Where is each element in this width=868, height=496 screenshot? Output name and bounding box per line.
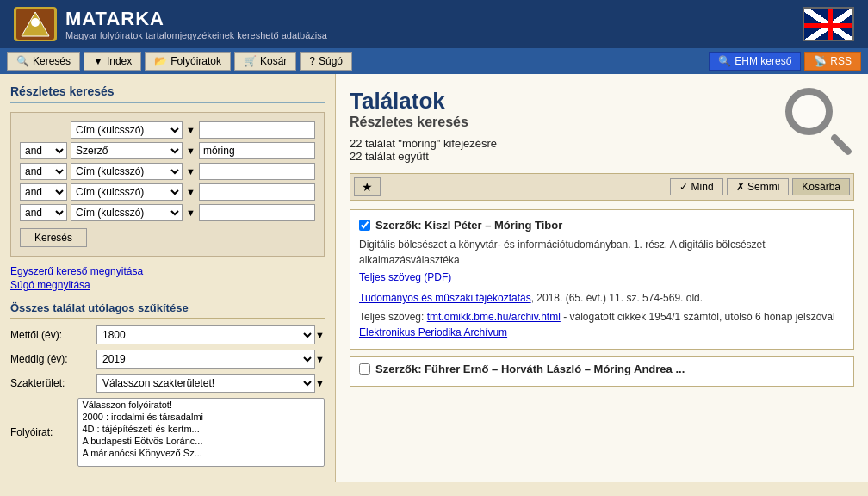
folyoirat-row: Folyóirat: Válasszon folyóiratot! 2000 :… bbox=[10, 398, 325, 467]
result-1-fulltext2-prefix: Teljes szöveg: bbox=[359, 311, 427, 323]
svg-point-2 bbox=[31, 18, 40, 27]
dropdown-icon-1: ▼ bbox=[186, 125, 195, 135]
results-subtitle: Részletes keresés bbox=[350, 115, 497, 130]
result-1-extra-text: , 2018. (65. évf.) 11. sz. 574-569. old. bbox=[531, 292, 703, 304]
results-title: Találatok bbox=[350, 88, 497, 115]
star-button[interactable]: ★ bbox=[354, 177, 381, 196]
dropdown-icon-4: ▼ bbox=[186, 187, 195, 197]
result-1-archive-link[interactable]: Elektronikus Periodika Archívum bbox=[359, 326, 507, 338]
meddig-select[interactable]: 2019 bbox=[96, 350, 315, 369]
field-select-2[interactable]: Szerző Cím (kulcsszó) bbox=[71, 142, 183, 159]
mettol-row: Mettől (év): 1800 ▼ bbox=[10, 326, 325, 344]
and-select-2[interactable]: and or not bbox=[20, 142, 67, 159]
folyoirat-label: Folyóirat: bbox=[10, 426, 78, 438]
results-toolbar: ★ ✓ Mind ✗ Semmi Kosárba bbox=[350, 173, 854, 201]
and-select-4[interactable]: and or not bbox=[20, 183, 67, 201]
nav-left: 🔍 Keresés ▼ Index 📂 Folyóiratok 🛒 Kosár … bbox=[7, 52, 352, 71]
result-1-fulltext2-suffix: - válogatott cikkek 1954/1 számtól, utol… bbox=[561, 311, 835, 323]
result-1-checkbox[interactable] bbox=[359, 220, 370, 231]
folyoirat-section: Folyóirat: Válasszon folyóiratot! 2000 :… bbox=[10, 398, 325, 467]
search-input-4[interactable] bbox=[199, 183, 315, 201]
result-1-fulltext2: Teljes szöveg: tmt.omikk.bme.hu/archiv.h… bbox=[359, 309, 845, 325]
dropdown-icon-5: ▼ bbox=[186, 208, 195, 218]
nav-search-button[interactable]: 🔍 Keresés bbox=[7, 52, 80, 71]
search-row-3: and or not Cím (kulcsszó) Szerző ▼ bbox=[20, 163, 315, 180]
field-select-3[interactable]: Cím (kulcsszó) Szerző bbox=[71, 163, 183, 180]
result-2-checkbox[interactable] bbox=[359, 363, 370, 375]
dropdown-icon-2: ▼ bbox=[186, 146, 195, 156]
folyoirat-option-2[interactable]: 4D : tájépítészeti és kertm... bbox=[78, 423, 324, 435]
help-open-link[interactable]: Súgó megnyitása bbox=[10, 279, 325, 291]
result-1-body: Digitális bölcsészet a könyvtár- és info… bbox=[359, 237, 845, 340]
results-content: Találatok Részletes keresés 22 találat "… bbox=[336, 74, 868, 482]
mettol-label: Mettől (év): bbox=[10, 329, 96, 341]
folyoirat-option-0[interactable]: Válasszon folyóiratot! bbox=[78, 399, 324, 411]
result-2-header: Szerzők: Führer Ernő – Horváth László – … bbox=[359, 363, 845, 375]
results-count-1: 22 találat "móring" kifejezésre bbox=[350, 137, 497, 150]
result-1-description: Digitális bölcsészet a könyvtár- és info… bbox=[359, 239, 766, 266]
search-row-2: and or not Szerző Cím (kulcsszó) ▼ bbox=[20, 142, 315, 159]
uk-flag[interactable] bbox=[803, 7, 854, 41]
nav-rss-button[interactable]: 📡 RSS bbox=[804, 52, 861, 71]
szakterulet-select[interactable]: Válasszon szakterületet! bbox=[96, 374, 315, 393]
filter-title: Összes találat utólagos szűkítése bbox=[10, 301, 325, 319]
and-select-5[interactable]: and or not bbox=[20, 204, 67, 221]
szakterulet-dropdown-icon: ▼ bbox=[315, 378, 325, 388]
results-title-block: Találatok Részletes keresés 22 találat "… bbox=[350, 88, 497, 163]
semmi-button[interactable]: ✗ Semmi bbox=[727, 178, 790, 195]
nav-help-button[interactable]: ? Súgó bbox=[300, 52, 352, 71]
search-input-1[interactable] bbox=[199, 121, 315, 139]
search-input-5[interactable] bbox=[199, 204, 315, 221]
result-1-journal-link[interactable]: Tudományos és műszaki tájékoztatás bbox=[359, 292, 531, 304]
result-1-fulltext-link[interactable]: Teljes szöveg (PDF) bbox=[359, 270, 845, 285]
folyoirat-option-4[interactable]: A márianócsi Könyvező Sz... bbox=[78, 447, 324, 459]
result-item-1: Szerzők: Kiszl Péter – Móring Tibor Digi… bbox=[350, 209, 854, 350]
nav-cart-button[interactable]: 🛒 Kosár bbox=[234, 52, 296, 71]
sidebar-title: Részletes keresés bbox=[10, 84, 325, 103]
search-row-5: and or not Cím (kulcsszó) Szerző ▼ bbox=[20, 204, 315, 221]
result-1-title: Szerzők: Kiszl Péter – Móring Tibor bbox=[375, 219, 562, 232]
folyoirat-option-1[interactable]: 2000 : irodalmi és társadalmi bbox=[78, 411, 324, 423]
magnifier-icon bbox=[785, 88, 854, 157]
simple-search-link[interactable]: Egyszerű kereső megnyitása bbox=[10, 265, 325, 277]
header: MATARKA Magyar folyóiratok tartalomjegyz… bbox=[0, 0, 868, 48]
search-form: Cím (kulcsszó) Szerző Cím ▼ and or not S… bbox=[10, 112, 325, 257]
nav-journals-button[interactable]: 📂 Folyóiratok bbox=[145, 52, 231, 71]
nav-index-button[interactable]: ▼ Index bbox=[84, 52, 141, 71]
dropdown-icon-3: ▼ bbox=[186, 166, 195, 177]
nav-right: 🔍 EHM kereső 📡 RSS bbox=[709, 52, 861, 71]
results-count-2: 22 találat együtt bbox=[350, 150, 497, 163]
header-logo: MATARKA Magyar folyóiratok tartalomjegyz… bbox=[14, 7, 327, 41]
main-content: Részletes keresés Cím (kulcsszó) Szerző … bbox=[0, 74, 868, 482]
nav-ehm-button[interactable]: 🔍 EHM kereső bbox=[709, 52, 801, 71]
result-2-title: Szerzők: Führer Ernő – Horváth László – … bbox=[375, 363, 685, 375]
search-input-2[interactable] bbox=[199, 142, 315, 159]
app-title: MATARKA bbox=[65, 8, 327, 30]
meddig-label: Meddig (év): bbox=[10, 353, 96, 365]
sidebar-links: Egyszerű kereső megnyitása Súgó megnyitá… bbox=[10, 265, 325, 291]
field-select-4[interactable]: Cím (kulcsszó) Szerző bbox=[71, 183, 183, 201]
szakterulet-label: Szakterület: bbox=[10, 377, 96, 389]
and-select-3[interactable]: and or not bbox=[20, 163, 67, 180]
field-select-1[interactable]: Cím (kulcsszó) Szerző Cím bbox=[71, 121, 183, 139]
folyoirat-listbox[interactable]: Válasszon folyóiratot! 2000 : irodalmi é… bbox=[78, 398, 325, 467]
logo-icon bbox=[14, 7, 57, 41]
folyoirat-option-3[interactable]: A budapesti Eötvös Loránc... bbox=[78, 435, 324, 447]
results-header: Találatok Részletes keresés 22 találat "… bbox=[350, 88, 854, 163]
mind-button[interactable]: ✓ Mind bbox=[670, 178, 722, 195]
result-1-fulltext2-link[interactable]: tmt.omikk.bme.hu/archiv.html bbox=[427, 311, 561, 323]
meddig-row: Meddig (év): 2019 ▼ bbox=[10, 350, 325, 369]
sidebar: Részletes keresés Cím (kulcsszó) Szerző … bbox=[0, 74, 336, 482]
search-row-4: and or not Cím (kulcsszó) Szerző ▼ bbox=[20, 183, 315, 201]
mettol-select[interactable]: 1800 bbox=[96, 326, 315, 344]
search-button[interactable]: Keresés bbox=[20, 228, 87, 247]
mettol-dropdown-icon: ▼ bbox=[315, 330, 325, 340]
result-1-extra: Tudományos és műszaki tájékoztatás, 2018… bbox=[359, 290, 845, 306]
search-input-3[interactable] bbox=[199, 163, 315, 180]
kosarba-button[interactable]: Kosárba bbox=[792, 178, 850, 195]
szakterulet-row: Szakterület: Válasszon szakterületet! ▼ bbox=[10, 374, 325, 393]
app-subtitle: Magyar folyóiratok tartalomjegyzékeinek … bbox=[65, 30, 327, 40]
navigation: 🔍 Keresés ▼ Index 📂 Folyóiratok 🛒 Kosár … bbox=[0, 48, 868, 74]
header-title: MATARKA Magyar folyóiratok tartalomjegyz… bbox=[65, 8, 327, 40]
field-select-5[interactable]: Cím (kulcsszó) Szerző bbox=[71, 204, 183, 221]
